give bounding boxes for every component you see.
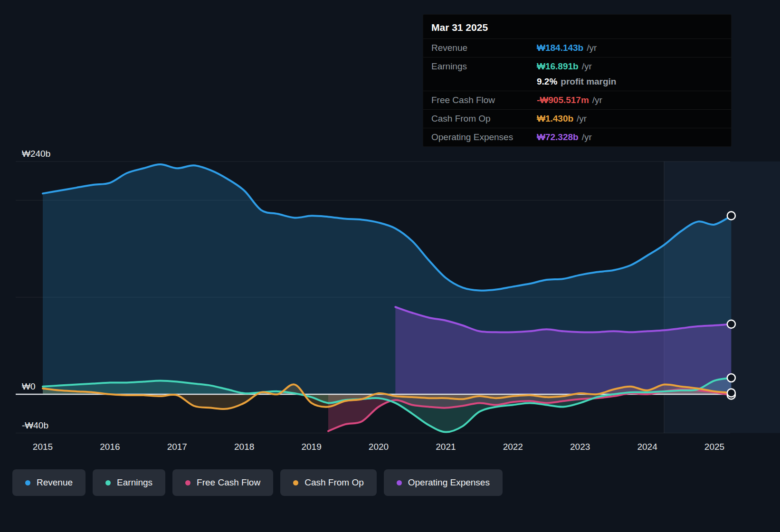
tooltip-date: Mar 31 2025 bbox=[423, 15, 731, 38]
tooltip-row-label: Revenue bbox=[431, 43, 537, 53]
tooltip-row-cash-from-op: Cash From Op₩1.430b/yr bbox=[423, 109, 731, 128]
x-axis-label: 2017 bbox=[167, 442, 187, 452]
x-axis-label: 2020 bbox=[369, 442, 389, 452]
tooltip-row-profit-margin: 9.2%profit margin bbox=[423, 76, 731, 91]
x-axis-label: 2021 bbox=[436, 442, 456, 452]
tooltip-row-free-cash-flow: Free Cash Flow-₩905.517m/yr bbox=[423, 91, 731, 109]
legend-item-label: Earnings bbox=[117, 477, 152, 488]
tooltip-row-suffix: /yr bbox=[592, 95, 602, 105]
tooltip-row-value: ₩1.430b bbox=[537, 114, 573, 124]
legend-item-label: Revenue bbox=[37, 477, 73, 488]
x-axis-label: 2019 bbox=[301, 442, 321, 452]
tooltip-rows: Revenue₩184.143b/yrEarnings₩16.891b/yr9.… bbox=[423, 38, 731, 146]
legend-item-free-cash-flow[interactable]: Free Cash Flow bbox=[172, 469, 273, 496]
tooltip-row-value: -₩905.517m bbox=[537, 95, 589, 105]
tooltip-row-value: ₩72.328b bbox=[537, 132, 579, 142]
chart-page: ₩240b₩0-₩40b2015201620172018201920202021… bbox=[0, 0, 780, 532]
x-axis-label: 2022 bbox=[503, 442, 523, 452]
y-axis-label: ₩0 bbox=[22, 381, 36, 391]
tooltip-row-label: Earnings bbox=[431, 61, 537, 72]
legend: RevenueEarningsFree Cash FlowCash From O… bbox=[12, 469, 503, 496]
legend-item-operating-expenses[interactable]: Operating Expenses bbox=[384, 469, 503, 496]
tooltip-row-suffix: profit margin bbox=[561, 76, 616, 87]
tooltip-row-value: ₩184.143b bbox=[537, 43, 583, 53]
cash-from-op-dot-icon bbox=[293, 480, 298, 485]
tooltip-row-operating-expenses: Operating Expenses₩72.328b/yr bbox=[423, 128, 731, 146]
x-axis-label: 2024 bbox=[637, 442, 657, 452]
x-axis-label: 2015 bbox=[33, 442, 53, 452]
tooltip-row-label: Cash From Op bbox=[431, 114, 537, 124]
legend-item-label: Operating Expenses bbox=[408, 477, 490, 488]
tooltip-row-suffix: /yr bbox=[577, 114, 587, 124]
y-axis-label: -₩40b bbox=[22, 420, 48, 430]
tooltip-row-earnings: Earnings₩16.891b/yr bbox=[423, 57, 731, 76]
tooltip-row-suffix: /yr bbox=[582, 61, 592, 72]
x-axis-label: 2023 bbox=[570, 442, 590, 452]
earnings-dot-icon bbox=[105, 480, 111, 485]
x-axis-label: 2018 bbox=[234, 442, 254, 452]
legend-item-label: Cash From Op bbox=[304, 477, 364, 488]
legend-item-earnings[interactable]: Earnings bbox=[93, 469, 165, 496]
tooltip-row-value: ₩16.891b bbox=[537, 61, 579, 72]
tooltip: Mar 31 2025 Revenue₩184.143b/yrEarnings₩… bbox=[423, 14, 732, 147]
legend-item-label: Free Cash Flow bbox=[197, 477, 260, 488]
legend-item-revenue[interactable]: Revenue bbox=[12, 469, 86, 496]
revenue-dot-icon bbox=[25, 480, 30, 485]
x-axis-label: 2016 bbox=[100, 442, 120, 452]
tooltip-row-suffix: /yr bbox=[587, 43, 597, 53]
tooltip-row-suffix: /yr bbox=[582, 132, 592, 142]
operating-expenses-dot-icon bbox=[397, 480, 402, 485]
free-cash-flow-dot-icon bbox=[185, 480, 190, 485]
y-axis-label: ₩240b bbox=[22, 149, 50, 159]
tooltip-row-revenue: Revenue₩184.143b/yr bbox=[423, 38, 731, 57]
legend-item-cash-from-op[interactable]: Cash From Op bbox=[280, 469, 377, 496]
tooltip-row-label: Free Cash Flow bbox=[431, 95, 537, 105]
x-axis-label: 2025 bbox=[704, 442, 724, 452]
tooltip-row-value: 9.2% bbox=[537, 76, 557, 87]
tooltip-row-label: Operating Expenses bbox=[431, 132, 537, 142]
